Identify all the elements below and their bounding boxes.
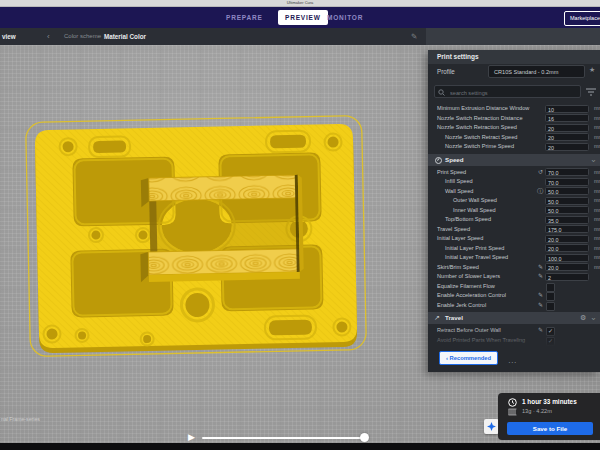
- setting-row: Print Speed↺70.0mm/s: [428, 168, 600, 177]
- model-plate[interactable]: [26, 116, 367, 357]
- setting-label: Enable Acceleration Control: [437, 291, 506, 300]
- tab-monitor[interactable]: MONITOR: [327, 7, 363, 28]
- setting-unit: mm/s: [594, 142, 600, 151]
- section-header-travel[interactable]: ↗Travel⚙›: [428, 312, 600, 324]
- setting-label: Nozzle Switch Prime Speed: [445, 142, 514, 151]
- setting-value-field[interactable]: 35.0: [545, 216, 589, 224]
- setting-row: Equalize Filament Flow: [428, 282, 600, 291]
- setting-value-field[interactable]: 70.0: [545, 178, 589, 186]
- setting-value-field[interactable]: 20.0: [545, 263, 589, 271]
- setting-label: Wall Speed: [445, 187, 473, 196]
- setting-row: Nozzle Switch Retract Speed20mm/s: [428, 133, 600, 142]
- print-settings-panel: Print settings Profile CR10S Standard - …: [428, 50, 600, 372]
- printer-settings-bar: CR10S Standard 0.2mm 10% Off On: [426, 28, 600, 45]
- section-label: Travel: [445, 312, 463, 324]
- clock-icon: [508, 398, 517, 407]
- setting-value-field[interactable]: 70.0: [545, 168, 589, 176]
- setting-row: Skirt/Brim Speed✎20.0mm/s: [428, 263, 600, 272]
- time-estimate: 1 hour 33 minutes: [522, 398, 577, 405]
- setting-value-field[interactable]: 20: [545, 143, 589, 151]
- pencil-icon[interactable]: ✎: [532, 291, 543, 300]
- setting-unit: mm/s: [594, 187, 600, 196]
- pencil-icon[interactable]: ✎: [532, 301, 543, 310]
- setting-label: Nozzle Switch Retract Speed: [445, 133, 517, 142]
- setting-label: Travel Speed: [437, 225, 470, 234]
- setting-unit: mm/s: [594, 263, 600, 272]
- pinwheel-icon: [484, 419, 499, 434]
- section-header-speed[interactable]: Speed›: [428, 154, 600, 166]
- setting-label: Nozzle Switch Retraction Speed: [437, 123, 517, 132]
- setting-label: Infill Speed: [445, 177, 473, 186]
- gear-icon[interactable]: ⚙: [580, 312, 586, 324]
- setting-value-field[interactable]: 10: [545, 105, 589, 113]
- color-scheme-value[interactable]: Material Color: [104, 28, 146, 45]
- setting-row: Travel Speed175.0mm/s: [428, 225, 600, 234]
- setting-value-field[interactable]: 20: [545, 133, 589, 141]
- setting-unit: mm/s: [594, 244, 600, 253]
- setting-row: Initial Layer Speed20.0mm/s: [428, 234, 600, 243]
- pencil-icon[interactable]: ✎: [411, 28, 417, 45]
- setting-label: Outer Wall Speed: [453, 196, 497, 205]
- reset-icon[interactable]: ↺: [532, 168, 543, 177]
- layer-animation-slider[interactable]: [202, 437, 366, 439]
- setting-label: Initial Layer Print Speed: [445, 244, 504, 253]
- filament-icon: [508, 408, 517, 416]
- setting-value-field[interactable]: 20: [545, 124, 589, 132]
- setting-checkbox[interactable]: [546, 302, 555, 311]
- settings-rows: Minimum Extrusion Distance Window10mmNoz…: [428, 50, 600, 372]
- setting-unit: mm/s: [594, 215, 600, 224]
- pencil-icon[interactable]: ✎: [532, 263, 543, 272]
- setting-unit: mm/s: [594, 253, 600, 262]
- setting-value-field[interactable]: 50.0: [545, 206, 589, 214]
- gauge-icon: [435, 157, 442, 164]
- preview-stage-button[interactable]: [484, 419, 499, 434]
- info-icon[interactable]: ⓘ: [532, 187, 543, 196]
- watermark-text: nal Frame-series: [1, 416, 40, 422]
- tab-preview[interactable]: PREVIEW: [278, 10, 328, 25]
- setting-value-field[interactable]: 50.0: [545, 187, 589, 195]
- setting-unit: mm/s: [594, 234, 600, 243]
- marketplace-button[interactable]: Marketplace: [564, 11, 600, 26]
- setting-row: Inner Wall Speed50.0mm/s: [428, 206, 600, 215]
- setting-unit: mm/s: [594, 206, 600, 215]
- setting-unit: mm/s: [594, 123, 600, 132]
- setting-row: Minimum Extrusion Distance Window10mm: [428, 104, 600, 113]
- chevron-down-icon[interactable]: ›: [587, 159, 599, 161]
- chevron-down-icon[interactable]: ›: [587, 318, 599, 320]
- setting-label: Minimum Extrusion Distance Window: [437, 104, 529, 113]
- setting-label: Print Speed: [437, 168, 466, 177]
- setting-label: Top/Bottom Speed: [445, 215, 491, 224]
- play-button[interactable]: ▶: [188, 432, 195, 442]
- setting-unit: mm: [594, 114, 600, 123]
- tab-prepare[interactable]: PREPARE: [226, 7, 263, 28]
- setting-row: Enable Jerk Control✎: [428, 301, 600, 310]
- setting-value-field[interactable]: 20.0: [545, 244, 589, 252]
- view-mode-label[interactable]: view: [2, 28, 16, 45]
- setting-value-field[interactable]: 2: [545, 273, 589, 281]
- chevron-back-icon[interactable]: ‹: [47, 28, 50, 45]
- drag-handle-dots[interactable]: ⋯: [508, 358, 517, 367]
- setting-value-field[interactable]: 16: [545, 114, 589, 122]
- section-label: Speed: [445, 154, 464, 166]
- setting-label: Nozzle Switch Retraction Distance: [437, 114, 523, 123]
- setting-label: Initial Layer Speed: [437, 234, 483, 243]
- save-to-file-button[interactable]: Save to File: [507, 422, 593, 435]
- setting-value-field[interactable]: 50.0: [545, 197, 589, 205]
- setting-unit: mm/s: [594, 196, 600, 205]
- color-scheme-label: Color scheme: [64, 28, 101, 45]
- travel-icon: ↗: [434, 313, 440, 323]
- setting-value-field[interactable]: 20.0: [545, 235, 589, 243]
- window-title: Ultimaker Cura: [0, 0, 600, 6]
- setting-row: Infill Speed70.0mm/s: [428, 177, 600, 186]
- slider-handle[interactable]: [360, 433, 369, 442]
- print-estimate-card: 1 hour 33 minutes 13g · 4.22m Save to Fi…: [498, 393, 600, 440]
- setting-value-field[interactable]: 175.0: [545, 225, 589, 233]
- setting-row: Nozzle Switch Prime Speed20mm/s: [428, 142, 600, 151]
- recommended-button[interactable]: ‹ Recommended: [439, 351, 498, 365]
- setting-row: Initial Layer Travel Speed100.0mm/s: [428, 253, 600, 262]
- setting-row: Number of Slower Layers✎2: [428, 272, 600, 281]
- setting-unit: mm/s: [594, 177, 600, 186]
- setting-value-field[interactable]: 100.0: [545, 254, 589, 262]
- setting-row: Wall Speedⓘ50.0mm/s: [428, 187, 600, 196]
- pencil-icon[interactable]: ✎: [532, 272, 543, 281]
